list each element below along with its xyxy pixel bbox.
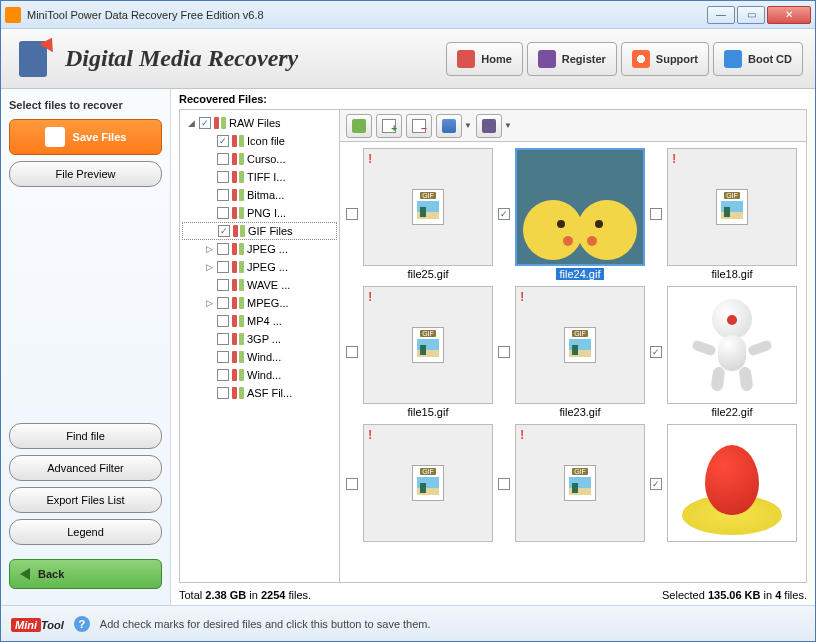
tree-item-label: Wind... xyxy=(247,369,281,381)
check-add-button[interactable] xyxy=(376,114,402,138)
tree-item[interactable]: ▷JPEG ... xyxy=(182,240,337,258)
file-preview-button[interactable]: File Preview xyxy=(9,161,162,187)
status-total: Total 2.38 GB in 2254 files. xyxy=(179,589,311,601)
close-button[interactable]: ✕ xyxy=(767,6,811,24)
tree-item[interactable]: ▷JPEG ... xyxy=(182,258,337,276)
tree-checkbox[interactable] xyxy=(217,369,229,381)
thumb[interactable]: ! xyxy=(664,424,800,544)
tree-item[interactable]: ASF Fil... xyxy=(182,384,337,402)
tree-checkbox[interactable] xyxy=(217,189,229,201)
file-type-icon xyxy=(232,369,244,381)
app-window: MiniTool Power Data Recovery Free Editio… xyxy=(0,0,816,642)
advanced-filter-button[interactable]: Advanced Filter xyxy=(9,455,162,481)
tree-checkbox[interactable] xyxy=(217,243,229,255)
tree-item[interactable]: Icon file xyxy=(182,132,337,150)
thumb-preview[interactable] xyxy=(515,148,645,266)
support-button[interactable]: Support xyxy=(621,42,709,76)
footer-logo: MiniTool xyxy=(11,615,64,633)
thumb-preview[interactable]: !GIF xyxy=(667,148,797,266)
thumb-checkbox[interactable] xyxy=(498,478,510,490)
thumb-checkbox[interactable] xyxy=(498,208,510,220)
tree-item-label: JPEG ... xyxy=(247,243,288,255)
file-type-icon xyxy=(232,243,244,255)
collapse-icon[interactable]: ◢ xyxy=(186,118,196,128)
back-button[interactable]: Back xyxy=(9,559,162,589)
thumb-preview[interactable]: !GIF xyxy=(515,424,645,542)
tree-checkbox[interactable] xyxy=(217,279,229,291)
tree-checkbox[interactable] xyxy=(217,387,229,399)
file-type-icon xyxy=(232,153,244,165)
thumb[interactable]: file24.gif xyxy=(512,148,648,280)
tree-item[interactable]: MP4 ... xyxy=(182,312,337,330)
thumb-checkbox[interactable] xyxy=(346,346,358,358)
thumb-preview[interactable]: ! xyxy=(667,424,797,542)
thumb-checkbox[interactable] xyxy=(346,478,358,490)
tree-root[interactable]: ◢ RAW Files xyxy=(182,114,337,132)
tree-checkbox[interactable] xyxy=(217,351,229,363)
tree-item[interactable]: Curso... xyxy=(182,150,337,168)
maximize-button[interactable]: ▭ xyxy=(737,6,765,24)
bootcd-button[interactable]: Boot CD xyxy=(713,42,803,76)
tree-checkbox[interactable] xyxy=(218,225,230,237)
find-file-button[interactable]: Find file xyxy=(9,423,162,449)
save-files-label: Save Files xyxy=(73,131,127,143)
view-button[interactable] xyxy=(436,114,462,138)
status-selected: Selected 135.06 KB in 4 files. xyxy=(662,589,807,601)
legend-button[interactable]: Legend xyxy=(9,519,162,545)
thumb-preview[interactable]: !GIF xyxy=(363,424,493,542)
check-remove-button[interactable] xyxy=(406,114,432,138)
thumb-preview[interactable]: !GIF xyxy=(363,286,493,404)
tree-checkbox[interactable] xyxy=(199,117,211,129)
tree-checkbox[interactable] xyxy=(217,207,229,219)
warn-icon: ! xyxy=(368,151,372,166)
tree-item[interactable]: ▷MPEG... xyxy=(182,294,337,312)
file-type-icon xyxy=(232,261,244,273)
main: Recovered Files: ◢ RAW Files Icon fileCu… xyxy=(171,89,815,605)
thumb[interactable]: !GIFfile25.gif xyxy=(360,148,496,280)
tree-item[interactable]: Wind... xyxy=(182,366,337,384)
thumb[interactable]: !GIF xyxy=(512,424,648,544)
save-dropdown-icon[interactable]: ▼ xyxy=(504,121,512,130)
tree-item[interactable]: TIFF I... xyxy=(182,168,337,186)
save-toolbar-button[interactable] xyxy=(476,114,502,138)
expand-icon[interactable]: ▷ xyxy=(204,298,214,308)
help-icon[interactable]: ? xyxy=(74,616,90,632)
tree-checkbox[interactable] xyxy=(217,333,229,345)
thumb[interactable]: !GIFfile15.gif xyxy=(360,286,496,418)
view-dropdown-icon[interactable]: ▼ xyxy=(464,121,472,130)
tree-checkbox[interactable] xyxy=(217,135,229,147)
tree-item[interactable]: 3GP ... xyxy=(182,330,337,348)
tree-item[interactable]: PNG I... xyxy=(182,204,337,222)
thumb-checkbox[interactable] xyxy=(650,346,662,358)
expand-icon[interactable]: ▷ xyxy=(204,244,214,254)
tree-checkbox[interactable] xyxy=(217,315,229,327)
thumb-preview[interactable]: !GIF xyxy=(363,148,493,266)
export-files-button[interactable]: Export Files List xyxy=(9,487,162,513)
file-tree[interactable]: ◢ RAW Files Icon fileCurso...TIFF I...Bi… xyxy=(180,110,340,582)
tree-item[interactable]: GIF Files xyxy=(182,222,337,240)
thumb-checkbox[interactable] xyxy=(498,346,510,358)
expand-icon[interactable]: ▷ xyxy=(204,262,214,272)
save-files-button[interactable]: Save Files xyxy=(9,119,162,155)
register-button[interactable]: Register xyxy=(527,42,617,76)
tree-checkbox[interactable] xyxy=(217,171,229,183)
folder-icon xyxy=(214,117,226,129)
thumb[interactable]: !GIF xyxy=(360,424,496,544)
tree-item[interactable]: WAVE ... xyxy=(182,276,337,294)
thumb-preview[interactable]: !GIF xyxy=(515,286,645,404)
tree-item[interactable]: Wind... xyxy=(182,348,337,366)
tree-checkbox[interactable] xyxy=(217,153,229,165)
home-button[interactable]: Home xyxy=(446,42,523,76)
minimize-button[interactable]: — xyxy=(707,6,735,24)
thumb[interactable]: !GIFfile18.gif xyxy=(664,148,800,280)
thumb-checkbox[interactable] xyxy=(346,208,358,220)
thumb[interactable]: !file22.gif xyxy=(664,286,800,418)
tree-checkbox[interactable] xyxy=(217,261,229,273)
thumb-checkbox[interactable] xyxy=(650,208,662,220)
up-button[interactable] xyxy=(346,114,372,138)
tree-item[interactable]: Bitma... xyxy=(182,186,337,204)
thumb[interactable]: !GIFfile23.gif xyxy=(512,286,648,418)
thumb-preview[interactable]: ! xyxy=(667,286,797,404)
thumb-checkbox[interactable] xyxy=(650,478,662,490)
tree-checkbox[interactable] xyxy=(217,297,229,309)
